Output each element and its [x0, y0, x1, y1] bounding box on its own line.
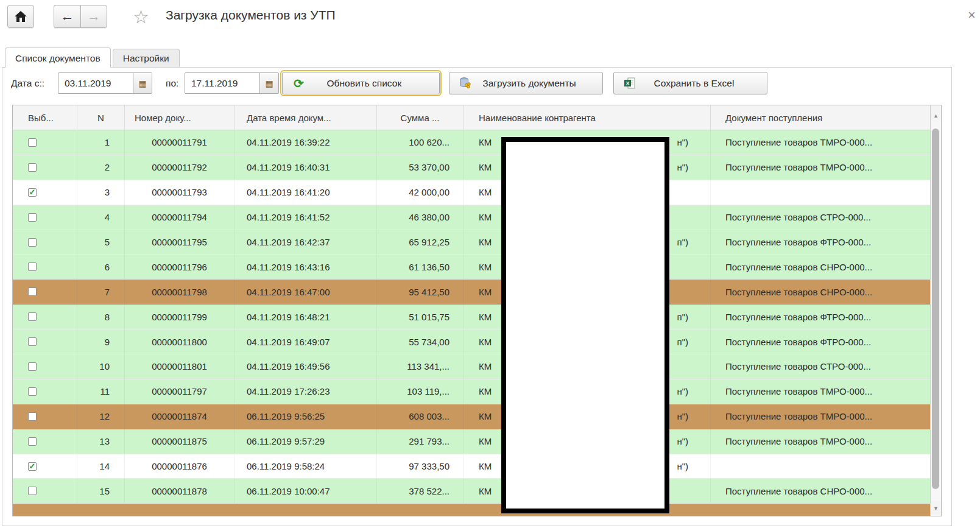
cell-number: 00000011799	[125, 304, 234, 329]
contractor-prefix: КМ	[479, 312, 492, 322]
close-icon[interactable]: ×	[968, 7, 976, 23]
date-from-value[interactable]: 03.11.2019	[58, 73, 133, 93]
row-checkbox[interactable]	[28, 287, 37, 296]
table-row[interactable]: 5 00000011795 04.11.2019 16:42:37 65 912…	[13, 230, 930, 255]
cell-document: Поступление товаров ФТРО-000...	[711, 230, 930, 255]
table-row[interactable]: 15 00000011878 06.11.2019 10:00:47 378 5…	[13, 479, 930, 504]
date-to-calendar-button[interactable]: ▦	[259, 73, 278, 93]
row-checkbox[interactable]	[28, 163, 37, 172]
table-row-partial[interactable]	[13, 504, 930, 516]
row-checkbox[interactable]	[28, 337, 37, 346]
row-checkbox[interactable]	[28, 262, 37, 271]
cell-number: 00000011875	[125, 429, 234, 454]
cell-number: 00000011793	[125, 180, 234, 205]
cell-document: Поступление товаров ТМРО-000...	[711, 429, 930, 454]
table-row[interactable]: 6 00000011796 04.11.2019 16:43:16 61 136…	[13, 255, 930, 280]
cell-sum: 97 333,50	[377, 454, 464, 479]
page-title: Загрузка документов из УТП	[166, 8, 336, 23]
table-header-row: Выб... N Номер доку... Дата время докум.…	[13, 105, 930, 130]
table-row[interactable]: 13 00000011875 06.11.2019 9:57:29 291 79…	[13, 429, 930, 454]
refresh-icon: ⟳	[294, 76, 304, 91]
table-row[interactable]: 7 00000011798 04.11.2019 16:47:00 95 412…	[13, 280, 930, 304]
row-checkbox[interactable]: ✓	[28, 462, 37, 471]
tab-settings[interactable]: Настройки	[113, 49, 180, 67]
row-checkbox[interactable]	[28, 213, 37, 222]
documents-table: Выб... N Номер доку... Дата время докум.…	[12, 105, 942, 516]
cell-n: 2	[77, 155, 125, 180]
row-checkbox[interactable]	[28, 437, 37, 446]
cell-sum: 46 380,00	[377, 205, 464, 230]
row-checkbox[interactable]	[28, 238, 37, 247]
cell-document: Поступление товаров СНРО-000...	[711, 280, 930, 304]
date-to-value[interactable]: 17.11.2019	[185, 73, 259, 93]
cell-n: 12	[77, 404, 125, 429]
contractor-suffix: н")	[677, 162, 688, 172]
scrollbar-track[interactable]	[931, 120, 941, 501]
table-row[interactable]: 8 00000011799 04.11.2019 16:48:21 51 015…	[13, 304, 930, 329]
table-row[interactable]: ✓ 14 00000011876 06.11.2019 9:58:24 97 3…	[13, 454, 930, 479]
cell-number: 00000011796	[125, 255, 234, 279]
column-header-contractor[interactable]: Наименование контрагента	[464, 105, 711, 130]
load-button-label: Загрузить документы	[471, 78, 596, 89]
table-row[interactable]: 2 00000011792 04.11.2019 16:40:31 53 370…	[13, 155, 930, 180]
table-row[interactable]: 9 00000011800 04.11.2019 16:49:07 55 734…	[13, 329, 930, 354]
back-button[interactable]: ←	[54, 5, 80, 28]
contractor-suffix: н")	[677, 461, 688, 471]
calendar-icon: ▦	[265, 79, 273, 88]
column-header-n[interactable]: N	[77, 105, 125, 130]
table-row[interactable]: 11 00000011797 04.11.2019 17:26:23 103 1…	[13, 379, 930, 404]
tab-document-list[interactable]: Список документов	[5, 48, 111, 68]
date-from-field[interactable]: 03.11.2019 ▦	[58, 72, 152, 94]
save-excel-button[interactable]: X Сохранить в Excel	[613, 72, 767, 94]
row-checkbox[interactable]: ✓	[28, 188, 37, 197]
row-checkbox[interactable]	[28, 362, 37, 371]
contractor-prefix: КМ	[479, 137, 492, 147]
table-row[interactable]: 12 00000011874 06.11.2019 9:56:25 608 00…	[13, 404, 930, 429]
column-header-selected[interactable]: Выб...	[13, 105, 77, 130]
favorite-star-icon[interactable]: ☆	[133, 6, 149, 27]
scroll-down-icon[interactable]: ▼	[931, 501, 941, 516]
cell-datetime: 04.11.2019 16:49:56	[234, 354, 377, 379]
column-header-sum[interactable]: Сумма ...	[377, 105, 464, 130]
cell-number: 00000011874	[125, 404, 234, 429]
contractor-prefix: КМ	[479, 287, 492, 297]
cell-number: 00000011801	[125, 354, 234, 379]
contractor-suffix: н")	[677, 386, 688, 396]
cell-datetime: 04.11.2019 16:43:16	[234, 255, 377, 279]
cell-document: Поступление товаров ТМРО-000...	[711, 155, 930, 180]
cell-sum: 378 522...	[377, 479, 464, 503]
cell-number: 00000011794	[125, 205, 234, 230]
row-checkbox[interactable]	[28, 312, 37, 321]
column-header-document[interactable]: Документ поступления	[711, 105, 930, 130]
row-checkbox[interactable]	[28, 387, 37, 396]
cell-sum: 608 003...	[377, 404, 464, 429]
scrollbar-thumb[interactable]	[932, 128, 939, 489]
row-checkbox[interactable]	[28, 138, 37, 147]
table-row[interactable]: 10 00000011801 04.11.2019 16:49:56 113 3…	[13, 354, 930, 379]
date-from-calendar-button[interactable]: ▦	[133, 73, 152, 93]
date-to-field[interactable]: 17.11.2019 ▦	[185, 72, 279, 94]
scroll-up-icon[interactable]: ▲	[931, 105, 941, 120]
contractor-prefix: КМ	[479, 461, 492, 471]
cell-document: Поступление товаров ФТРО-000...	[711, 304, 930, 329]
contractor-prefix: КМ	[479, 162, 492, 172]
svg-text:X: X	[626, 80, 629, 86]
vertical-scrollbar[interactable]: ▲ ▼	[930, 105, 941, 516]
column-header-datetime[interactable]: Дата время докум...	[234, 105, 377, 130]
cell-n: 8	[77, 304, 125, 329]
table-row[interactable]: ✓ 3 00000011793 04.11.2019 16:41:20 42 0…	[13, 180, 930, 205]
forward-arrow-icon: →	[87, 9, 100, 24]
cell-n: 11	[77, 379, 125, 404]
home-button[interactable]	[7, 5, 34, 28]
row-checkbox[interactable]	[28, 412, 37, 421]
table-body: 1 00000011791 04.11.2019 16:39:22 100 62…	[13, 130, 930, 504]
table-row[interactable]: 4 00000011794 04.11.2019 16:41:52 46 380…	[13, 205, 930, 230]
column-header-number[interactable]: Номер доку...	[125, 105, 234, 130]
forward-button[interactable]: →	[80, 5, 107, 28]
refresh-list-button[interactable]: ⟳ Обновить список	[282, 72, 440, 94]
row-checkbox[interactable]	[28, 487, 37, 495]
cell-document: Поступление товаров СТРО-000...	[711, 354, 930, 379]
cell-n: 1	[77, 130, 125, 155]
load-documents-button[interactable]: Загрузить документы	[449, 72, 603, 94]
table-row[interactable]: 1 00000011791 04.11.2019 16:39:22 100 62…	[13, 130, 930, 155]
